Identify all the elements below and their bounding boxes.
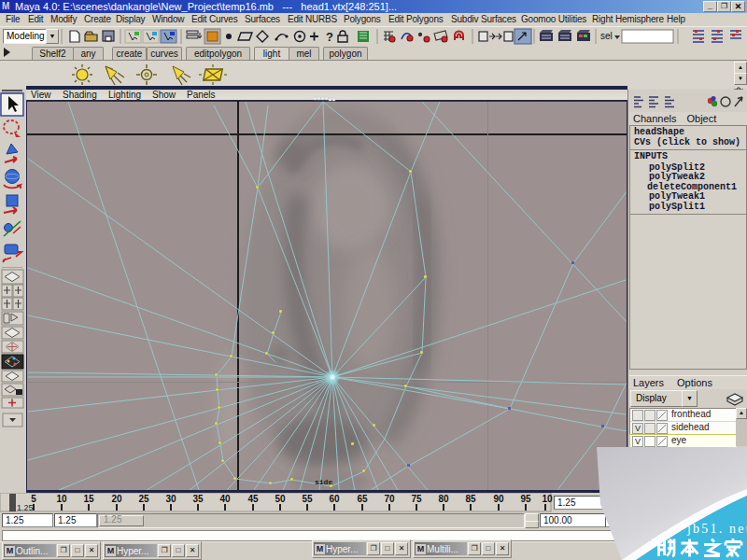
svg-text:jb51. net: jb51. net bbox=[686, 522, 747, 536]
